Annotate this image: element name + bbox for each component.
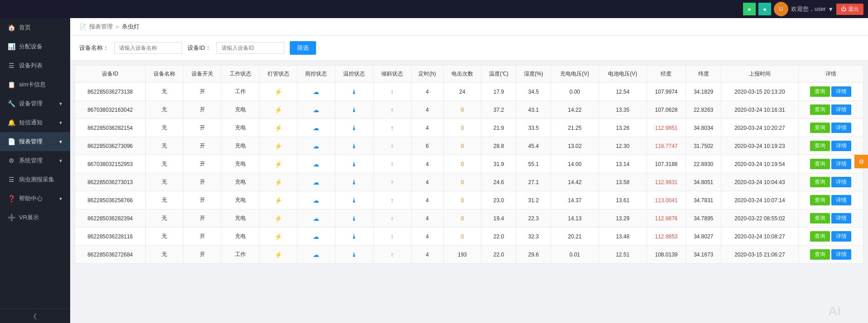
sidebar-item-device-list[interactable]: ☰ 设备列表	[0, 56, 70, 75]
table-cell: 13.58	[599, 173, 647, 191]
table-cell: ☁	[297, 155, 335, 173]
detail-button[interactable]: 详情	[831, 213, 851, 223]
table-cell: 22.3	[516, 209, 551, 228]
cloud-icon: ☁	[313, 251, 319, 258]
detail-button[interactable]: 详情	[831, 123, 851, 133]
detail-button[interactable]: 详情	[831, 231, 851, 242]
query-button[interactable]: 查询	[810, 195, 830, 205]
table-cell: 🌡	[335, 119, 373, 137]
detail-button[interactable]: 详情	[831, 249, 851, 260]
sidebar-item-home[interactable]: 🏠 首页	[0, 18, 70, 37]
table-cell: 862285036273096	[75, 137, 146, 155]
table-cell: 33.5	[516, 119, 551, 137]
query-button[interactable]: 查询	[810, 141, 830, 151]
sidebar-label-vr: VR展示	[19, 214, 39, 222]
settings-fab-button[interactable]: ⚙	[854, 155, 868, 168]
sidebar-item-device-mgmt[interactable]: 🔧 设备管理 ▼	[0, 94, 70, 113]
table-cell: 13.35	[599, 101, 647, 119]
table-cell: 开	[183, 101, 221, 119]
table-cell: 13.26	[599, 119, 647, 137]
query-button[interactable]: 查询	[810, 231, 830, 242]
table-cell: ☁	[297, 83, 335, 101]
topbar-btn1[interactable]: ■	[743, 3, 756, 15]
query-button[interactable]: 查询	[810, 249, 830, 260]
table-cell: 34.7831	[686, 191, 721, 209]
sidebar-item-sms[interactable]: 🔔 短信通知 ▼	[0, 113, 70, 132]
sidebar-item-assign[interactable]: 📊 分配设备	[0, 37, 70, 56]
table-container: 设备ID设备名称设备开关工作状态灯管状态雨控状态温控状态倾斜状态定时(h)电击次…	[70, 61, 868, 323]
table-cell: 充电	[221, 155, 259, 173]
detail-button[interactable]: 详情	[831, 86, 851, 97]
topbar-btn2[interactable]: ■	[758, 3, 771, 15]
user-menu[interactable]: 欢迎您，user ▼	[791, 5, 834, 13]
table-cell: 无	[145, 209, 183, 228]
cloud-icon: ☁	[313, 142, 319, 150]
table-cell: 13.02	[551, 137, 599, 155]
logout-button[interactable]: ⏻ 退出	[836, 4, 863, 15]
detail-button[interactable]: 详情	[831, 104, 851, 115]
lightning-icon: ⚡	[274, 161, 282, 168]
detail-button[interactable]: 详情	[831, 195, 851, 205]
device-id-label: 设备ID：	[187, 44, 211, 52]
table-cell: 查询详情	[798, 209, 863, 228]
sidebar-item-vr[interactable]: ➕ VR展示	[0, 208, 70, 227]
table-cell: ⚡	[259, 209, 297, 228]
chevron-down-icon: ▼	[58, 196, 63, 201]
detail-button[interactable]: 详情	[831, 177, 851, 187]
query-button[interactable]: 查询	[810, 159, 830, 169]
sidebar-item-system[interactable]: ⚙ 系统管理 ▼	[0, 151, 70, 170]
table-header: 纬度	[686, 66, 721, 83]
query-button[interactable]: 查询	[810, 86, 830, 97]
table-cell: 4	[411, 173, 443, 191]
table-cell: 867038032163042	[75, 101, 146, 119]
table-cell: 862285036282154	[75, 119, 146, 137]
power-icon: ⏻	[841, 6, 846, 12]
table-cell: ↑	[373, 209, 411, 228]
sidebar-label-system: 系统管理	[19, 157, 43, 165]
detail-button[interactable]: 详情	[831, 159, 851, 169]
table-cell: 0	[443, 191, 481, 209]
breadcrumb: 📄 报表管理 > 杀虫灯	[70, 18, 868, 36]
device-id-input[interactable]	[216, 42, 284, 54]
sidebar: 🏠 首页 📊 分配设备 ☰ 设备列表 📋 sim卡信息 🔧 设备管理 ▼ 🔔 短…	[0, 18, 70, 323]
table-cell: 无	[145, 246, 183, 264]
sidebar-icon-home: 🏠	[7, 24, 15, 31]
cloud-icon: ☁	[313, 106, 319, 114]
table-cell: ☁	[297, 119, 335, 137]
sidebar-item-pest[interactable]: ☰ 病虫测报采集	[0, 170, 70, 189]
table-cell: ⚡	[259, 83, 297, 101]
device-name-input[interactable]	[114, 42, 182, 54]
table-cell: 108.0139	[647, 246, 686, 264]
chevron-down-icon: ▼	[58, 139, 63, 144]
tilt-icon: ↑	[391, 197, 394, 204]
sidebar-icon-vr: ➕	[7, 214, 15, 221]
main-layout: 🏠 首页 📊 分配设备 ☰ 设备列表 📋 sim卡信息 🔧 设备管理 ▼ 🔔 短…	[0, 18, 868, 323]
table-cell: 32.3	[516, 228, 551, 246]
table-cell: 2020-03-15 20:13:20	[721, 83, 798, 101]
lightning-icon: ⚡	[274, 88, 282, 95]
table-header: 充电电压(V)	[551, 66, 599, 83]
table-cell: 工作	[221, 83, 259, 101]
table-cell: 🌡	[335, 173, 373, 191]
filter-button[interactable]: 筛选	[290, 41, 316, 55]
sidebar-collapse-button[interactable]: ❮	[0, 309, 70, 323]
sidebar-item-report[interactable]: 📄 报表管理 ▼	[0, 132, 70, 151]
query-button[interactable]: 查询	[810, 123, 830, 133]
query-button[interactable]: 查询	[810, 177, 830, 187]
sidebar-item-sim[interactable]: 📋 sim卡信息	[0, 75, 70, 94]
thermometer-icon: 🌡	[351, 233, 357, 240]
tilt-icon: ↑	[391, 142, 394, 150]
table-cell: ☁	[297, 228, 335, 246]
table-cell: 充电	[221, 191, 259, 209]
detail-button[interactable]: 详情	[831, 141, 851, 151]
logout-label: 退出	[848, 5, 859, 13]
table-cell: ↑	[373, 173, 411, 191]
table-cell: 14.42	[551, 173, 599, 191]
table-header: 上报时间	[721, 66, 798, 83]
sidebar-item-help[interactable]: ❓ 帮助中心 ▼	[0, 189, 70, 208]
query-button[interactable]: 查询	[810, 213, 830, 223]
table-row: 862285036282154无开充电⚡☁🌡↑4021.933.521.2513…	[75, 119, 863, 137]
table-cell: 🌡	[335, 101, 373, 119]
tilt-icon: ↑	[391, 215, 394, 222]
query-button[interactable]: 查询	[810, 104, 830, 115]
